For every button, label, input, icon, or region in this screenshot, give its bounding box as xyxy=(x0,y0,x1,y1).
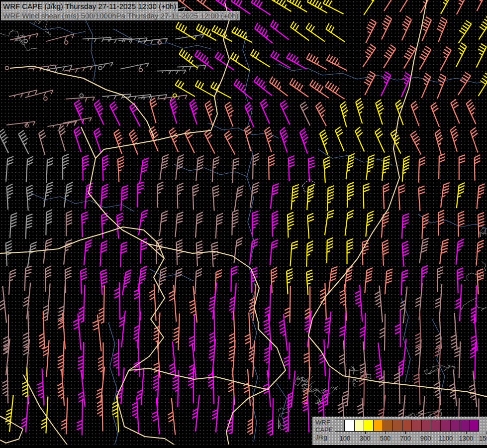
legend-color-box xyxy=(354,420,364,432)
wind-barb xyxy=(232,210,238,235)
wind-barb xyxy=(66,211,72,236)
wind-barb xyxy=(281,101,290,124)
wind-barb xyxy=(26,156,33,182)
wind-barb xyxy=(245,102,254,127)
wind-barb xyxy=(457,183,465,208)
wind-barb xyxy=(234,79,252,99)
wind-barb xyxy=(178,183,184,209)
cape-color-scale xyxy=(335,420,479,432)
wind-barb xyxy=(449,370,457,407)
wind-barb xyxy=(193,185,199,210)
wind-barb xyxy=(85,183,93,209)
wind-barb xyxy=(46,34,74,41)
wind-barb xyxy=(431,103,439,127)
wind-barb xyxy=(58,341,64,378)
wind-barb xyxy=(190,286,197,323)
coastline xyxy=(480,228,486,237)
legend-tick-label: 900 xyxy=(420,435,431,442)
wind-barb xyxy=(348,182,354,208)
wind-barb xyxy=(129,129,138,154)
wind-barb xyxy=(6,156,13,182)
wind-barb xyxy=(291,241,298,266)
wind-barb xyxy=(271,20,289,39)
wind-barb xyxy=(271,51,290,68)
wind-barb xyxy=(43,340,49,377)
wind-barb xyxy=(307,214,314,239)
wind-barb xyxy=(382,156,390,181)
wind-barb xyxy=(82,212,88,237)
wind-barb xyxy=(59,125,65,151)
country-border xyxy=(0,416,23,443)
wind-barb xyxy=(402,156,410,182)
wind-barb xyxy=(477,44,487,68)
wind-barb xyxy=(120,242,127,267)
wind-barb xyxy=(160,155,169,180)
map-bottom-margin xyxy=(0,445,487,448)
wind-barb xyxy=(234,186,243,211)
wind-barb xyxy=(347,239,353,264)
wind-barb xyxy=(289,156,295,181)
wind-barb xyxy=(440,47,451,71)
wind-barb xyxy=(306,23,325,41)
legend-tick-mark xyxy=(405,432,406,434)
wind-barb xyxy=(304,339,310,376)
wind-barb xyxy=(346,154,355,179)
wind-barb xyxy=(170,98,178,123)
wind-barb xyxy=(437,74,446,99)
wind-barb xyxy=(153,369,159,406)
wind-barb xyxy=(245,313,251,349)
wind-barb xyxy=(228,340,235,377)
wind-barb xyxy=(95,100,104,124)
wind-barb xyxy=(229,283,236,320)
wind-barb xyxy=(477,240,484,266)
wind-barb xyxy=(177,239,183,265)
wind-barb xyxy=(6,121,35,126)
wind-barb xyxy=(101,213,108,238)
wind-barb xyxy=(439,154,445,179)
wind-barb xyxy=(250,239,258,264)
wind-barb xyxy=(381,72,390,96)
country-border xyxy=(81,127,180,448)
wind-barb xyxy=(43,238,52,264)
wind-barb xyxy=(44,182,53,207)
wind-barb xyxy=(456,239,464,265)
wind-barb xyxy=(456,43,467,67)
legend-color-box xyxy=(335,420,345,432)
cape-legend: WRF CAPE J/kg 10030050070090011001300150… xyxy=(312,417,487,445)
wind-barb xyxy=(404,46,416,69)
wind-barb xyxy=(287,53,306,69)
legend-tick-mark xyxy=(446,432,446,434)
wind-barb xyxy=(169,128,178,152)
wind-barb xyxy=(306,53,327,70)
wind-barb xyxy=(325,81,345,99)
legend-color-box xyxy=(364,420,374,432)
wind-barb xyxy=(471,285,477,323)
wind-barb xyxy=(440,239,449,264)
coastline xyxy=(34,18,51,35)
wind-barb xyxy=(365,268,373,293)
wind-barb xyxy=(224,131,235,155)
wind-barb xyxy=(324,157,330,183)
wind-barb xyxy=(252,211,258,236)
wind-barb xyxy=(21,396,28,433)
wind-barb xyxy=(345,210,354,235)
legend-color-box xyxy=(411,420,421,432)
wind-barb xyxy=(140,158,149,183)
wind-barb xyxy=(84,239,92,265)
wind-barb xyxy=(410,131,421,154)
calm-wind-station xyxy=(139,68,142,72)
wind-barb xyxy=(421,265,428,291)
coastline-layer xyxy=(0,18,486,430)
wind-barb xyxy=(326,23,345,42)
wind-barb xyxy=(400,0,412,12)
wind-barb xyxy=(384,0,396,11)
wind-barb xyxy=(212,242,219,267)
wind-barb xyxy=(22,367,28,404)
wind-barb xyxy=(232,158,239,183)
wind-barb xyxy=(39,130,46,155)
wind-barb xyxy=(451,126,459,152)
legend-color-box xyxy=(344,420,354,432)
legend-tick-label: 500 xyxy=(380,435,391,442)
wind-barb xyxy=(132,397,139,434)
legend-tick-label: 1300 xyxy=(459,435,473,442)
